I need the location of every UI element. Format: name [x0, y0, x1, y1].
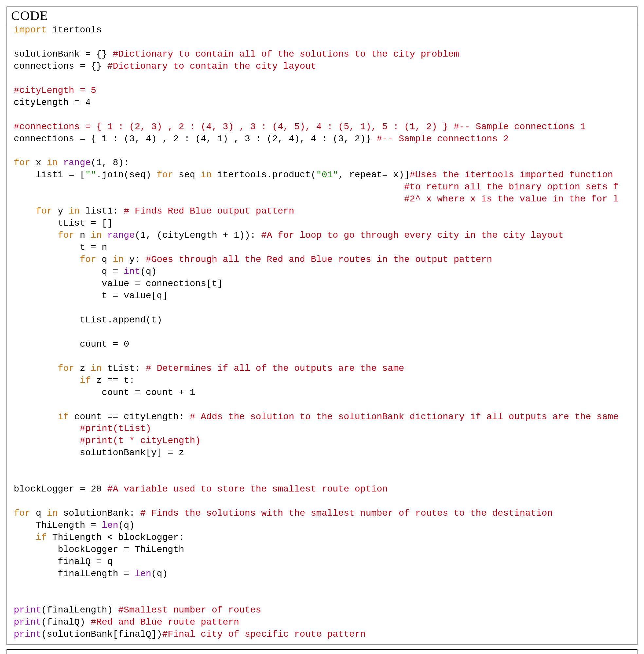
code-panel-title: CODE [7, 7, 637, 23]
output-panel: OUTPUT >>> RESTART: H:/!_A Level CS_L6_2… [6, 649, 638, 654]
source-code: import itertools solutionBank = {} #Dict… [14, 24, 633, 640]
code-area: import itertools solutionBank = {} #Dict… [7, 24, 637, 645]
code-panel: CODE import itertools solutionBank = {} … [6, 6, 638, 645]
output-panel-title: OUTPUT [7, 650, 637, 654]
